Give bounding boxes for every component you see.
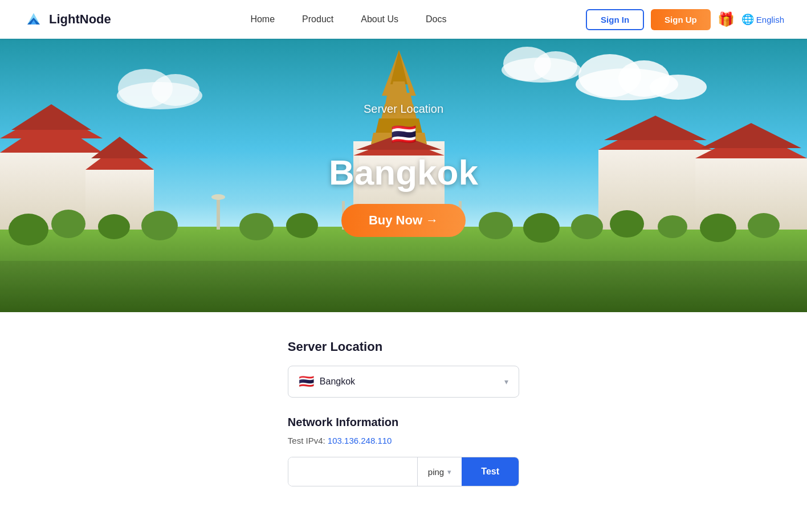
- selected-flag: 🇹🇭: [299, 374, 314, 389]
- test-type-text: ping: [428, 467, 444, 477]
- hero-location-label: Server Location: [364, 103, 443, 116]
- test-row: ping ▾ Test: [288, 457, 519, 486]
- test-input[interactable]: [288, 457, 417, 486]
- nav-home[interactable]: Home: [250, 14, 275, 24]
- logo-text: LightNode: [49, 12, 111, 27]
- test-type-selector[interactable]: ping ▾: [417, 457, 462, 486]
- test-ipv4-value[interactable]: 103.136.248.110: [328, 436, 392, 445]
- server-location-title: Server Location: [288, 339, 519, 354]
- chevron-down-icon: ▾: [504, 377, 508, 386]
- nav-about[interactable]: About Us: [361, 14, 398, 24]
- location-network-panel: Server Location 🇹🇭 Bangkok ▾ Network Inf…: [265, 312, 542, 521]
- selected-city: Bangkok: [320, 377, 355, 387]
- hero-city: Bangkok: [329, 153, 478, 192]
- buy-now-button[interactable]: Buy Now →: [341, 204, 466, 237]
- header-actions: Sign In Sign Up 🎁 🌐 English: [586, 9, 784, 30]
- nav-docs[interactable]: Docs: [426, 14, 446, 24]
- test-ipv4-row: Test IPv4: 103.136.248.110: [288, 436, 519, 445]
- language-selector[interactable]: 🌐 English: [741, 13, 784, 26]
- hero-flag: 🇹🇭: [391, 122, 417, 146]
- location-select-left: 🇹🇭 Bangkok: [299, 374, 355, 389]
- logo[interactable]: LightNode: [23, 9, 111, 30]
- signin-button[interactable]: Sign In: [586, 9, 644, 30]
- gift-icon[interactable]: 🎁: [718, 11, 735, 27]
- network-info-title: Network Information: [288, 416, 519, 429]
- signup-button[interactable]: Sign Up: [651, 9, 711, 30]
- nav-product[interactable]: Product: [302, 14, 333, 24]
- location-select[interactable]: 🇹🇭 Bangkok ▾: [288, 366, 519, 398]
- test-ipv4-label: Test IPv4:: [288, 436, 325, 445]
- test-button[interactable]: Test: [462, 457, 519, 486]
- test-type-chevron-icon: ▾: [447, 468, 451, 476]
- language-label: English: [756, 15, 784, 24]
- hero-section: Server Location 🇹🇭 Bangkok Buy Now →: [0, 39, 807, 312]
- content-area: Server Location 🇹🇭 Bangkok ▾ Network Inf…: [0, 312, 807, 521]
- main-nav: Home Product About Us Docs: [250, 14, 446, 24]
- logo-icon: [23, 9, 44, 30]
- header: LightNode Home Product About Us Docs Sig…: [0, 0, 807, 39]
- globe-icon: 🌐: [741, 13, 754, 26]
- hero-content: Server Location 🇹🇭 Bangkok Buy Now →: [0, 39, 807, 312]
